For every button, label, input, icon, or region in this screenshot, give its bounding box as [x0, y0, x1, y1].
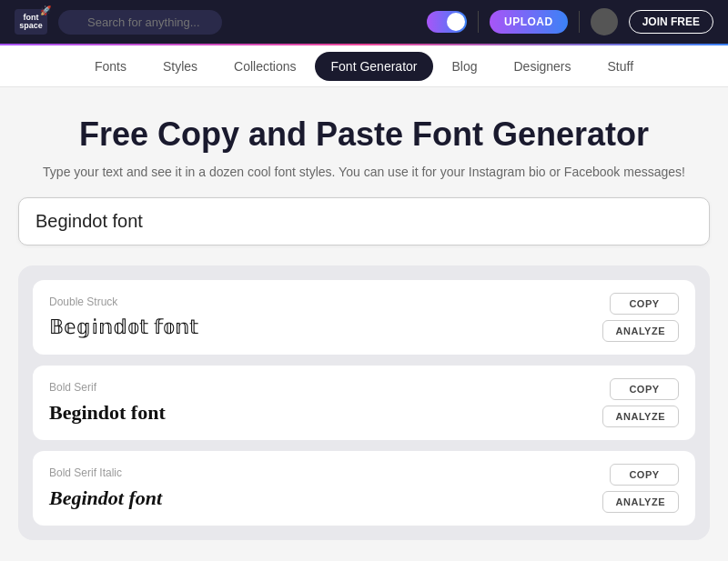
- header-divider: [478, 11, 479, 33]
- font-card-bold-serif: Bold Serif Begindot font COPY ANALYZE: [33, 366, 695, 440]
- nav-item-collections[interactable]: Collections: [216, 48, 314, 85]
- avatar[interactable]: [591, 8, 618, 35]
- font-style-label-1: Double Struck: [49, 296, 198, 308]
- copy-button-1[interactable]: COPY: [610, 293, 679, 315]
- page-title: Free Copy and Paste Font Generator: [18, 115, 710, 154]
- font-card-left-3: Bold Serif Italic Begindot font: [49, 466, 162, 510]
- font-text-input[interactable]: [35, 211, 693, 232]
- nav-item-blog[interactable]: Blog: [433, 48, 495, 85]
- upload-button[interactable]: UPLOAD: [490, 10, 568, 34]
- logo-rocket-icon: 🚀: [40, 5, 51, 15]
- font-card-left-2: Bold Serif Begindot font: [49, 381, 166, 425]
- search-input[interactable]: [58, 10, 222, 35]
- analyze-button-2[interactable]: ANALYZE: [602, 406, 679, 427]
- analyze-button-3[interactable]: ANALYZE: [602, 491, 679, 513]
- logo[interactable]: fontspace 🚀: [15, 9, 47, 35]
- text-input-wrapper: [18, 197, 710, 245]
- font-style-label-2: Bold Serif: [49, 381, 166, 394]
- logo-text: fontspace: [19, 14, 43, 30]
- font-style-label-3: Bold Serif Italic: [49, 466, 162, 479]
- toggle-knob: [447, 13, 465, 31]
- join-free-button[interactable]: JOIN FREE: [629, 10, 713, 34]
- nav-item-styles[interactable]: Styles: [145, 48, 216, 85]
- font-preview-1: 𝔹𝕖𝕘𝕚𝕟𝕕𝕠𝕥 𝕗𝕠𝕟𝕥: [49, 316, 198, 339]
- copy-button-3[interactable]: COPY: [610, 464, 679, 486]
- copy-button-2[interactable]: COPY: [610, 378, 679, 400]
- font-card-left: Double Struck 𝔹𝕖𝕘𝕚𝕟𝕕𝕠𝕥 𝕗𝕠𝕟𝕥: [49, 296, 198, 339]
- nav-item-font-generator[interactable]: Font Generator: [315, 52, 434, 81]
- logo-box: fontspace 🚀: [15, 9, 47, 35]
- main-content: Free Copy and Paste Font Generator Type …: [0, 87, 728, 558]
- font-card-buttons-1: COPY ANALYZE: [602, 293, 679, 342]
- main-nav: Fonts Styles Collections Font Generator …: [0, 45, 728, 87]
- theme-toggle[interactable]: [427, 11, 467, 33]
- nav-item-stuff[interactable]: Stuff: [590, 48, 652, 85]
- font-cards-container: Double Struck 𝔹𝕖𝕘𝕚𝕟𝕕𝕠𝕥 𝕗𝕠𝕟𝕥 COPY ANALYZE…: [18, 265, 710, 540]
- font-preview-3: Begindot font: [49, 486, 162, 510]
- nav-item-designers[interactable]: Designers: [496, 48, 590, 85]
- header: fontspace 🚀 🔍 UPLOAD JOIN FREE: [0, 0, 728, 45]
- font-card-bold-serif-italic: Bold Serif Italic Begindot font COPY ANA…: [33, 451, 695, 526]
- nav-item-fonts[interactable]: Fonts: [76, 48, 145, 85]
- font-card-double-struck: Double Struck 𝔹𝕖𝕘𝕚𝕟𝕕𝕠𝕥 𝕗𝕠𝕟𝕥 COPY ANALYZE: [33, 280, 695, 355]
- search-wrapper: 🔍: [58, 10, 222, 35]
- analyze-button-1[interactable]: ANALYZE: [602, 320, 679, 342]
- header-divider-2: [579, 11, 580, 33]
- page-subtitle: Type your text and see it in a dozen coo…: [18, 165, 710, 179]
- font-preview-2: Begindot font: [49, 401, 166, 425]
- font-card-buttons-3: COPY ANALYZE: [602, 464, 679, 513]
- font-card-buttons-2: COPY ANALYZE: [602, 378, 679, 427]
